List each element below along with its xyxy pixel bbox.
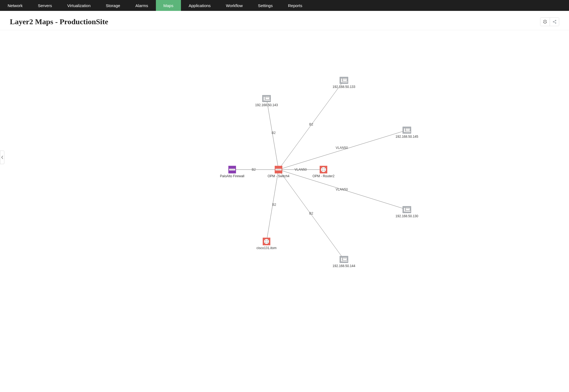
title-bar: Layer2 Maps - ProductionSite (0, 11, 569, 30)
svg-point-21 (324, 169, 325, 169)
nav-item-virtualization[interactable]: Virtualization (60, 0, 98, 11)
svg-point-6 (543, 20, 544, 21)
svg-point-1 (544, 20, 545, 21)
node-label: 192.168.50.133 (332, 85, 355, 89)
topology-canvas[interactable]: B2VLAN50B2B2B2VLAN50VLAN50B2 OPM - Switc… (0, 30, 569, 270)
layout-flower-button[interactable] (540, 18, 550, 26)
svg-point-20 (322, 169, 323, 169)
svg-line-10 (554, 21, 555, 22)
node-n145[interactable]: 192.168.50.145 (395, 127, 418, 139)
topology-svg[interactable]: B2VLAN50B2B2B2VLAN50VLAN50B2 OPM - Switc… (0, 30, 569, 270)
svg-rect-53 (342, 261, 348, 262)
node-label: 192.168.50.143 (255, 103, 278, 107)
svg-point-25 (264, 239, 269, 244)
nav-item-servers[interactable]: Servers (30, 0, 60, 11)
svg-point-26 (265, 240, 266, 241)
svg-rect-33 (264, 100, 270, 101)
svg-rect-44 (404, 128, 405, 132)
svg-rect-43 (405, 131, 411, 132)
flower-icon (543, 19, 547, 24)
nav-item-storage[interactable]: Storage (98, 0, 128, 11)
nav-item-maps[interactable]: Maps (156, 0, 181, 11)
svg-rect-54 (341, 258, 342, 262)
node-label: OPM - Router2 (313, 174, 335, 178)
svg-rect-38 (342, 81, 348, 82)
edge-label: VLAN50 (336, 188, 348, 191)
svg-rect-46 (406, 208, 410, 210)
svg-point-22 (322, 170, 323, 171)
edge-label: B2 (252, 168, 256, 171)
edge-switch4-n145[interactable] (279, 130, 407, 170)
svg-line-11 (554, 22, 555, 23)
node-label: PaloAlto Firewall (220, 174, 244, 178)
svg-point-5 (543, 22, 544, 23)
svg-point-29 (267, 242, 268, 243)
svg-rect-51 (343, 258, 347, 260)
svg-point-2 (546, 20, 547, 21)
svg-rect-48 (405, 211, 411, 212)
svg-rect-49 (404, 208, 405, 212)
share-button[interactable] (550, 18, 559, 26)
svg-point-3 (546, 22, 547, 23)
nav-item-alarms[interactable]: Alarms (128, 0, 156, 11)
toolbar-buttons (540, 17, 559, 26)
nav-item-reports[interactable]: Reports (280, 0, 310, 11)
svg-point-4 (544, 23, 545, 24)
svg-rect-36 (343, 78, 347, 81)
node-cisco131[interactable]: cisco131.itom (256, 238, 276, 250)
svg-rect-41 (406, 128, 410, 131)
svg-point-27 (267, 240, 268, 241)
svg-rect-31 (265, 97, 270, 99)
svg-point-0 (544, 21, 545, 22)
nav-item-network[interactable]: Network (0, 0, 30, 11)
node-n130[interactable]: 192.168.50.130 (395, 206, 418, 218)
svg-point-28 (265, 242, 266, 243)
node-router2[interactable]: OPM - Router2 (313, 166, 335, 178)
svg-rect-34 (264, 97, 265, 101)
node-n144[interactable]: 192.168.50.144 (332, 256, 355, 268)
svg-point-9 (555, 22, 556, 23)
edge-label: VLAN50 (336, 146, 348, 150)
node-n143[interactable]: 192.168.50.143 (255, 95, 278, 107)
node-label: cisco131.itom (256, 246, 276, 250)
svg-point-8 (555, 20, 556, 21)
svg-point-19 (321, 167, 326, 172)
node-label: 192.168.50.130 (395, 214, 418, 218)
edge-label: B2 (309, 122, 313, 126)
svg-rect-39 (341, 78, 342, 82)
edge-label: B2 (272, 131, 276, 135)
nav-item-settings[interactable]: Settings (250, 0, 280, 11)
nav-item-workflow[interactable]: Workflow (218, 0, 250, 11)
node-paloalto[interactable]: PaloAlto Firewall (220, 166, 244, 178)
node-label: 192.168.50.145 (395, 135, 418, 139)
top-nav: NetworkServersVirtualizationStorageAlarm… (0, 0, 569, 11)
svg-point-23 (324, 170, 325, 171)
edge-label: VLAN50 (295, 168, 307, 171)
node-n133[interactable]: 192.168.50.133 (332, 77, 355, 89)
edge-label: B2 (309, 212, 313, 215)
edge-label: B2 (272, 203, 276, 207)
nav-item-applications[interactable]: Applications (181, 0, 218, 11)
share-icon (552, 19, 557, 24)
node-label: OPM - Switch4 (268, 174, 289, 178)
page-title: Layer2 Maps - ProductionSite (10, 17, 108, 26)
node-label: 192.168.50.144 (332, 264, 355, 268)
